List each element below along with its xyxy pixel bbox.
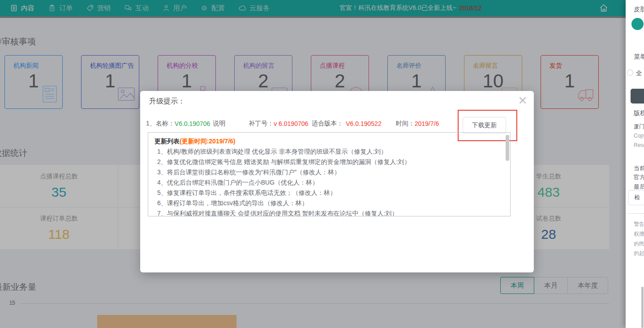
- drawer-scrollbar[interactable]: [641, 287, 644, 328]
- update-list-time: (更新时间:2019/7/6): [180, 138, 235, 145]
- time-value: 2019/7/6: [415, 120, 439, 127]
- update-list-item: 1、机构/教师的班级列表查询处理 优化显示 非本身管理的班级不显示（修复人:刘）: [155, 147, 502, 157]
- close-icon[interactable]: ✕: [516, 94, 529, 107]
- update-list-item: 2、修复优化微信绑定账号信息 赠送奖励 与解绑后重复绑定的资金增加的漏洞（修复人…: [155, 157, 502, 167]
- update-list-item: 3、将后台课堂街接口名称统一修改为“科汛微门户”（修改人：林）: [155, 167, 502, 177]
- update-list-item: 7、与保利威视对接直播聊天 会提供对应的使用文档 暂时未发布在论坛中（修复人:刘…: [155, 208, 502, 216]
- update-list-item: 5、修复课程订单导出，条件搜索联系电话无效；（修改人：林）: [155, 188, 502, 198]
- update-list-item: 6、课程订单导出，增加csv格式的导出（修改人：林）: [155, 198, 502, 208]
- warning-line: 的民: [634, 240, 644, 248]
- warning-line: 警告: [634, 220, 644, 228]
- radio-label: 全: [636, 69, 642, 78]
- download-update-button[interactable]: 下载更新: [463, 117, 506, 134]
- list-scrollbar-thumb[interactable]: [506, 135, 509, 161]
- app-screen: 内容 订单 营销 互动 用户 配置: [0, 0, 644, 328]
- copyright-label: 版权: [634, 109, 644, 117]
- menu-label: 菜单: [634, 53, 644, 61]
- copyright-line: 厦门: [634, 123, 644, 130]
- version-info-row: 1、 名称： V6.0.190706 说明 补丁号： v 6.0190706 适…: [146, 120, 439, 128]
- version-info-line: 当前: [634, 164, 644, 173]
- version-info-line: 官方: [634, 173, 644, 181]
- patch-value: v 6.0190706: [274, 120, 308, 127]
- copyright-line: Rese: [634, 142, 644, 148]
- skin-label: 皮肤: [634, 5, 644, 13]
- copyright-line: Copy: [634, 133, 644, 139]
- drawer-divider: [628, 213, 644, 214]
- row-index: 1、: [146, 120, 156, 128]
- skin-settings-drawer: 皮肤 菜单 全 版权 厦门 Copy Rese 当前 官方 最后更 检 警告 权…: [626, 0, 644, 328]
- warning-line: 权擅: [634, 230, 644, 238]
- upgrade-modal: 升级提示： ✕ 1、 名称： V6.0.190706 说明 补丁号： v 6.0…: [140, 91, 534, 272]
- name-label: 名称：: [156, 120, 175, 128]
- fit-version-label: 适合版本：: [312, 120, 343, 128]
- name-value: V6.0.190706: [175, 120, 210, 127]
- menu-radio[interactable]: [627, 69, 633, 76]
- skin-color-swatch[interactable]: [631, 18, 644, 30]
- check-update-button[interactable]: 检: [628, 190, 644, 205]
- update-list-header: 更新列表(更新时间:2019/7/6): [155, 136, 502, 147]
- menu-color-block[interactable]: [631, 89, 644, 104]
- update-list-item: 4、优化后台绑定科汛微门户的一点小BUG（优化人：林）: [155, 177, 502, 188]
- update-list-title: 更新列表: [155, 138, 180, 145]
- update-list-box[interactable]: 更新列表(更新时间:2019/7/6) 1、机构/教师的班级列表查询处理 优化显…: [148, 132, 511, 216]
- warning-line: 的起: [634, 250, 644, 257]
- fit-version-value: V6.0.190522: [346, 120, 381, 127]
- modal-title: 升级提示：: [149, 97, 185, 106]
- name-suffix: 说明: [213, 120, 225, 128]
- patch-label: 补丁号：: [249, 120, 274, 128]
- time-label: 时间：: [396, 120, 415, 128]
